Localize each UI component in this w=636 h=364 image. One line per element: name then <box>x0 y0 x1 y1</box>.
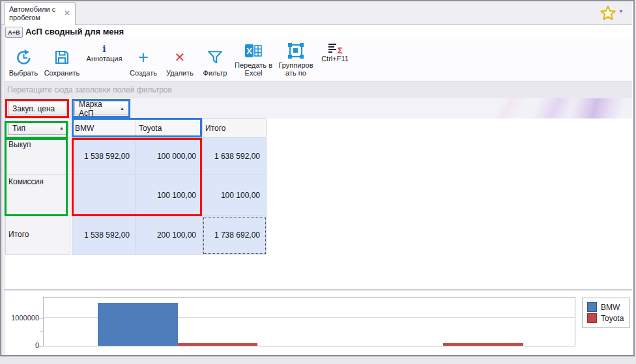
legend-label: BMW <box>601 303 620 312</box>
toolbar: Выбрать Сохранить i Аннотация + Создать <box>1 39 632 81</box>
chart-plot <box>43 297 575 346</box>
y-axis-tick-label: 0 <box>8 341 39 349</box>
tab-title: Автомобили с пробегом <box>9 5 61 22</box>
legend-swatch-toyota <box>587 313 597 323</box>
favorites-menu-caret-icon[interactable]: ▼ <box>618 8 624 14</box>
left-groove <box>1 25 5 355</box>
select-button[interactable]: Выбрать <box>7 40 40 79</box>
tab-bar <box>1 1 632 25</box>
group-by-button[interactable]: Группиров ать по <box>276 40 315 79</box>
chart-bar-toyota-0 <box>178 343 258 346</box>
create-button[interactable]: + Создать <box>126 40 160 79</box>
data-cell[interactable]: 100 000,00 <box>136 138 203 175</box>
desktop-strip <box>0 356 636 364</box>
legend-label: Toyota <box>601 314 624 323</box>
favorites-star-icon[interactable] <box>600 5 616 21</box>
legend-swatch-bmw <box>587 302 597 312</box>
filter-drop-zone[interactable]: Перетащите сюда заголовки полей фильтров <box>1 81 632 98</box>
group-by-icon <box>287 40 304 61</box>
column-field-label: Марка АсП <box>79 100 115 118</box>
delete-x-icon: ✕ <box>175 46 186 68</box>
delete-button[interactable]: ✕ Удалить <box>162 40 198 79</box>
column-header[interactable]: BMW <box>72 119 136 138</box>
chart-bar-bmw-0 <box>98 303 178 346</box>
chart-legend: BMW Toyota <box>582 298 630 328</box>
excel-export-icon: X <box>244 40 263 61</box>
export-excel-button[interactable]: X Передать в Excel <box>232 40 275 79</box>
grand-total-cell[interactable]: 1 738 692,00 <box>203 216 267 255</box>
total-cell[interactable]: 200 100,00 <box>136 216 203 255</box>
tab-close-icon[interactable]: ✕ <box>64 8 70 18</box>
filter-funnel-icon <box>207 46 223 68</box>
row-field-button[interactable]: Тип ▲ <box>8 121 68 135</box>
app-window: Автомобили с пробегом ✕ ▼ А+В АсП сводны… <box>0 0 636 364</box>
svg-text:Σ: Σ <box>338 46 343 55</box>
data-field-button[interactable]: Закуп. цена <box>8 102 66 115</box>
plus-icon: + <box>138 46 149 68</box>
history-clock-icon <box>15 46 33 68</box>
annotation-info-icon: i <box>102 44 106 54</box>
filter-button[interactable]: Фильтр <box>199 40 231 79</box>
row-field-header-cell: Тип ▲ <box>6 119 70 138</box>
total-cell[interactable]: 100 100,00 <box>203 175 267 216</box>
page-title: АсП сводный для меня <box>25 27 124 36</box>
data-field-label: Закуп. цена <box>12 104 55 113</box>
data-cell[interactable]: 100 100,00 <box>136 175 203 216</box>
y-axis-tick-label: 1000000 <box>8 314 39 322</box>
annotation-button[interactable]: i Аннотация <box>83 40 125 79</box>
pivot-data-grid: BMW Toyota Итого 1 538 592,00 100 000,00… <box>72 119 266 255</box>
pivot-row-labels: Тип ▲ Выкуп Комиссия Итого <box>5 119 70 255</box>
sort-asc-icon: ▲ <box>120 106 124 111</box>
svg-text:X: X <box>246 46 252 56</box>
total-cell[interactable]: 1 638 592,00 <box>203 138 267 175</box>
tab-used-cars[interactable]: Автомобили с пробегом ✕ <box>4 2 76 25</box>
save-icon <box>53 46 70 68</box>
row-label[interactable]: Комиссия <box>6 175 70 216</box>
total-cell[interactable]: 1 538 592,00 <box>72 216 136 255</box>
column-header-total[interactable]: Итого <box>203 119 267 138</box>
decorative-swoosh <box>495 98 632 119</box>
legend-item: BMW <box>587 301 629 313</box>
row-label[interactable]: Выкуп <box>6 138 70 175</box>
column-header[interactable]: Toyota <box>136 119 203 138</box>
sort-asc-icon: ▲ <box>59 126 64 130</box>
data-cell[interactable]: 1 538 592,00 <box>72 138 136 175</box>
save-button[interactable]: Сохранить <box>42 40 82 79</box>
legend-item: Toyota <box>587 313 629 324</box>
report-type-badge: А+В <box>5 27 23 38</box>
chart-bar-toyota-1 <box>443 343 523 346</box>
column-field-button[interactable]: Марка АсП ▲ <box>74 102 129 115</box>
data-cell[interactable] <box>72 175 136 216</box>
totals-hotkey-button[interactable]: Σ Ctrl+F11 <box>317 40 353 79</box>
row-field-label: Тип <box>12 124 25 133</box>
sum-sigma-icon: Σ <box>326 44 343 54</box>
row-label-total[interactable]: Итого <box>6 216 70 255</box>
